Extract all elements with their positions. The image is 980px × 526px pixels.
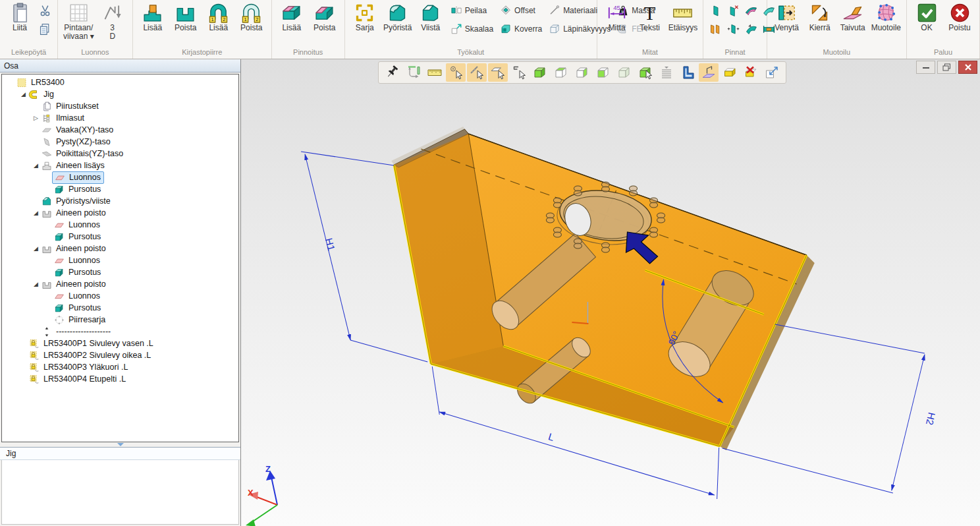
expanded-arrow-icon[interactable]: ◢ xyxy=(18,91,28,98)
main-area: Osa LR53400◢JigPiirustukset▷IlmiasutVaak… xyxy=(0,59,980,526)
tree-item-13[interactable]: Pursotus xyxy=(2,231,238,243)
tree-item-1[interactable]: ◢Jig xyxy=(2,88,238,100)
library-remove-button[interactable]: Poista xyxy=(169,1,202,32)
tree-item-7[interactable]: ◢Aineen lisäys xyxy=(2,160,238,171)
tree-item-20[interactable]: Piirresarja xyxy=(2,314,238,326)
select-face-button[interactable] xyxy=(636,63,655,82)
library-add-button[interactable]: Lisää xyxy=(136,1,169,32)
paste-button[interactable]: Liitä xyxy=(3,1,36,32)
tree-item-15[interactable]: Luonnos xyxy=(2,254,238,266)
sketch-on-face-button[interactable]: Pintaan/viivaan ▾ xyxy=(61,1,96,41)
coating-add-button[interactable]: Lisää xyxy=(275,1,308,32)
tree-item-21[interactable]: -------------------- xyxy=(2,326,238,337)
sketch-icon xyxy=(54,172,66,183)
tree-item-11[interactable]: ◢Aineen poisto xyxy=(2,207,238,219)
ribbon-group-label: Leikepöytä xyxy=(3,47,54,59)
window-expand-button[interactable] xyxy=(762,63,782,82)
tray-delete-button[interactable] xyxy=(741,63,761,82)
cut-button[interactable] xyxy=(36,1,54,20)
tree-item-2[interactable]: Piirustukset xyxy=(2,100,238,112)
expanded-arrow-icon[interactable]: ◢ xyxy=(31,162,41,169)
surface-3-button[interactable] xyxy=(742,1,760,20)
surface-7-button[interactable] xyxy=(742,20,760,38)
viewport-3d[interactable]: H1 L H2 90° X Z xyxy=(241,59,980,526)
copy-icon xyxy=(38,22,52,36)
tree-item-8[interactable]: Luonnos xyxy=(2,171,238,183)
coating-remove-button[interactable]: Poista xyxy=(308,1,341,32)
snap-point-button[interactable] xyxy=(446,63,466,82)
round-button[interactable]: Pyöristä xyxy=(381,1,414,32)
move-axes-button[interactable] xyxy=(404,63,423,82)
bend-button[interactable]: Taivuta xyxy=(836,1,869,32)
close-button[interactable] xyxy=(958,61,977,74)
tree-item-4[interactable]: Vaaka(XY)-taso xyxy=(2,124,238,136)
profile-tool-button[interactable] xyxy=(678,63,697,82)
surface-6-button[interactable] xyxy=(724,20,742,38)
copy-button[interactable] xyxy=(36,20,54,38)
tree-item-3[interactable]: ▷Ilmiasut xyxy=(2,112,238,124)
surface-5-button[interactable] xyxy=(707,20,724,38)
library-remove-numbered-button[interactable]: 12Poista xyxy=(235,1,268,32)
ribbon-group-label: Muotoilu xyxy=(771,47,903,59)
shade-light-button[interactable] xyxy=(614,63,634,82)
morph-button[interactable]: Muotoile xyxy=(869,1,903,32)
stretch-button[interactable]: Venytä xyxy=(771,1,803,32)
tree-item-22[interactable]: LR53400P1 Sivulevy vasen .L xyxy=(2,337,238,349)
snap-face-button[interactable] xyxy=(488,63,508,82)
library-add-numbered-button[interactable]: 12Lisää xyxy=(202,1,235,32)
shade-front-face-button[interactable] xyxy=(593,63,613,82)
collapsed-arrow-icon[interactable]: ▷ xyxy=(31,115,41,121)
tree-item-14[interactable]: ◢Aineen poisto xyxy=(2,243,238,254)
tree-item-17[interactable]: ◢Aineen poisto xyxy=(2,278,238,290)
tree-item-10[interactable]: Pyöristys/viiste xyxy=(2,195,238,207)
shade-solid-button[interactable] xyxy=(530,63,550,82)
measure-button[interactable] xyxy=(425,63,445,82)
tree-item-19[interactable]: Pursotus xyxy=(2,302,238,314)
tree-item-18[interactable]: Luonnos xyxy=(2,290,238,302)
shade-top-face-button[interactable] xyxy=(551,63,571,82)
tree-item-25[interactable]: LR53400P4 Etupelti .L xyxy=(2,373,238,385)
pin-toggle-button[interactable] xyxy=(383,63,402,82)
offset-button[interactable]: Offset xyxy=(497,1,545,20)
display-list-button[interactable] xyxy=(657,63,676,82)
snap-line-button[interactable] xyxy=(467,63,487,82)
panel-splitter[interactable] xyxy=(0,442,240,447)
tree-item-12[interactable]: Luonnos xyxy=(2,219,238,231)
mirror-button[interactable]: Peilaa xyxy=(447,1,497,20)
exit-button[interactable]: Poistu xyxy=(943,1,976,32)
tree-item-0[interactable]: LR53400 xyxy=(2,76,238,88)
feature-tree[interactable]: LR53400◢JigPiirustukset▷IlmiasutVaaka(XY… xyxy=(1,74,239,442)
tree-item-24[interactable]: LR53400P3 Yläkuori .L xyxy=(2,361,238,373)
sketch-3d-button[interactable]: 3D xyxy=(96,1,129,41)
distance-button[interactable]: Etäisyys xyxy=(667,1,700,32)
extrude-icon xyxy=(53,184,65,195)
chamfer-button[interactable]: Viistä xyxy=(414,1,447,32)
ok-button[interactable]: OK xyxy=(910,1,943,32)
shade-side-face-button[interactable] xyxy=(572,63,592,82)
surface-1-button[interactable] xyxy=(707,1,724,20)
dimension-button[interactable]: 45Mitta xyxy=(601,1,634,32)
tree-item-16[interactable]: Pursotus xyxy=(2,266,238,278)
rotate-button[interactable]: Kierrä xyxy=(803,1,836,32)
ribbon-group-9: OKPoistuPaluu xyxy=(907,0,980,59)
tray-open-button[interactable] xyxy=(720,63,740,82)
text-button[interactable]: TTeksti xyxy=(634,1,667,32)
minimize-button[interactable] xyxy=(916,61,935,74)
tree-item-6[interactable]: Poikittais(YZ)-taso xyxy=(2,148,238,160)
sketch-plane-button[interactable] xyxy=(699,63,719,82)
expanded-arrow-icon[interactable]: ◢ xyxy=(31,210,41,216)
expanded-arrow-icon[interactable]: ◢ xyxy=(31,245,41,252)
tree-item-5[interactable]: Pysty(XZ)-taso xyxy=(2,136,238,148)
tree-item-23[interactable]: LR53400P2 Sivulevy oikea .L xyxy=(2,349,238,361)
hollow-button[interactable]: Koverra xyxy=(497,20,545,38)
rotate-icon xyxy=(809,2,830,24)
distance-button-label: Etäisyys xyxy=(668,24,698,32)
series-button[interactable]: Sarja xyxy=(348,1,381,32)
scale-button[interactable]: Skaalaa xyxy=(447,20,497,38)
expanded-arrow-icon[interactable]: ◢ xyxy=(31,281,41,287)
part-icon xyxy=(28,350,40,361)
surface-2-button[interactable] xyxy=(724,1,742,20)
tree-item-9[interactable]: Pursotus xyxy=(2,183,238,195)
restore-button[interactable] xyxy=(937,61,956,74)
select-entity-button[interactable] xyxy=(509,63,529,82)
